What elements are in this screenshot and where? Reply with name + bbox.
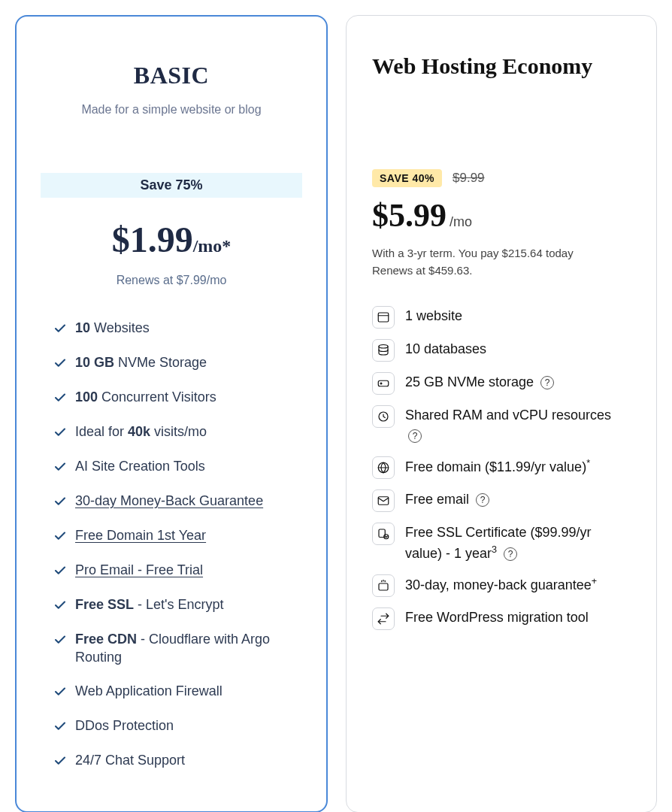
footnote-asterisk: * [586, 458, 590, 468]
feature-item: Free email ? [372, 489, 631, 512]
website-icon [372, 306, 395, 329]
guarantee-icon [372, 574, 395, 597]
check-icon [53, 388, 68, 408]
svg-rect-11 [379, 583, 388, 590]
price-amount: $5.99 [372, 197, 446, 234]
svg-rect-3 [378, 380, 389, 386]
feature-item: Free SSL - Let's Encrypt [53, 595, 290, 615]
save-row: SAVE 40% $9.99 [372, 169, 631, 187]
check-icon [53, 630, 68, 650]
renews-text: Renews at $7.99/mo [42, 274, 301, 287]
check-icon [53, 423, 68, 442]
check-icon [53, 526, 68, 546]
database-icon [372, 339, 395, 362]
storage-icon [372, 372, 395, 395]
feature-item: Shared RAM and vCPU resources ? [372, 405, 631, 446]
check-icon [53, 682, 68, 701]
feature-link[interactable]: Free Domain 1st Year [75, 526, 206, 544]
feature-item: 10 databases [372, 339, 631, 362]
feature-item: 30-day Money-Back Guarantee [53, 492, 290, 511]
help-icon[interactable]: ? [408, 429, 422, 443]
check-icon [53, 751, 68, 771]
plan-subtitle: Made for a simple website or blog [42, 103, 301, 117]
feature-item: 1 website [372, 306, 631, 329]
feature-item: 10 GB NVMe Storage [53, 353, 290, 373]
feature-item: Web Application Firewall [53, 682, 290, 701]
feature-item: Ideal for 40k visits/mo [53, 423, 290, 442]
svg-rect-8 [378, 497, 389, 505]
migration-icon [372, 607, 395, 630]
cpu-icon [372, 405, 395, 428]
feature-item: Pro Email - Free Trial [53, 561, 290, 580]
save-pill: SAVE 40% [372, 169, 442, 187]
feature-item: Free WordPress migration tool [372, 607, 631, 630]
feature-list: 10 Websites 10 GB NVMe Storage 100 Concu… [42, 319, 301, 771]
plan-title: BASIC [42, 62, 301, 89]
price-amount: $1.99 [112, 220, 193, 259]
fineprint: With a 3-yr term. You pay $215.64 today … [372, 245, 631, 279]
plan-card-basic: BASIC Made for a simple website or blog … [15, 15, 328, 812]
price-suffix: /mo* [193, 236, 232, 256]
ssl-icon [372, 523, 395, 545]
price-suffix: /mo [450, 214, 472, 229]
feature-item: 25 GB NVMe storage ? [372, 372, 631, 395]
price-block: $1.99/mo* Renews at $7.99/mo [42, 219, 301, 287]
svg-point-4 [380, 383, 382, 384]
feature-item: 30-day, money-back guarantee+ [372, 574, 631, 597]
check-icon [53, 717, 68, 736]
feature-item: 24/7 Chat Support [53, 751, 290, 771]
feature-item: 10 Websites [53, 319, 290, 338]
feature-list: 1 website 10 databases 25 GB NVMe storag… [372, 306, 631, 630]
price-block: $5.99/mo [372, 196, 631, 235]
feature-item: Free SSL Certificate ($99.99/yr value) -… [372, 523, 631, 564]
feature-item: AI Site Creation Tools [53, 457, 290, 477]
feature-item: Free Domain 1st Year [53, 526, 290, 546]
original-price: $9.99 [453, 171, 485, 186]
check-icon [53, 319, 68, 338]
save-banner: Save 75% [41, 173, 302, 198]
svg-rect-0 [378, 313, 389, 322]
check-icon [53, 492, 68, 511]
help-icon[interactable]: ? [476, 493, 489, 507]
email-icon [372, 489, 395, 512]
check-icon [53, 561, 68, 580]
globe-icon [372, 456, 395, 479]
feature-item: Free CDN - Cloudflare with Argo Routing [53, 630, 290, 667]
help-icon[interactable]: ? [504, 547, 517, 561]
help-icon[interactable]: ? [540, 376, 554, 389]
footnote-3: 3 [492, 544, 497, 555]
feature-item: DDos Protection [53, 717, 290, 736]
feature-link[interactable]: 30-day Money-Back Guarantee [75, 492, 263, 510]
check-icon [53, 595, 68, 615]
feature-item: 100 Concurrent Visitors [53, 388, 290, 408]
plan-card-economy: Web Hosting Economy SAVE 40% $9.99 $5.99… [346, 15, 657, 812]
footnote-plus: + [592, 576, 597, 586]
check-icon [53, 457, 68, 477]
feature-link[interactable]: Pro Email - Free Trial [75, 561, 203, 579]
svg-point-2 [379, 345, 388, 349]
plan-title: Web Hosting Economy [372, 53, 631, 79]
check-icon [53, 353, 68, 373]
feature-item: Free domain ($11.99/yr value)* [372, 456, 631, 479]
